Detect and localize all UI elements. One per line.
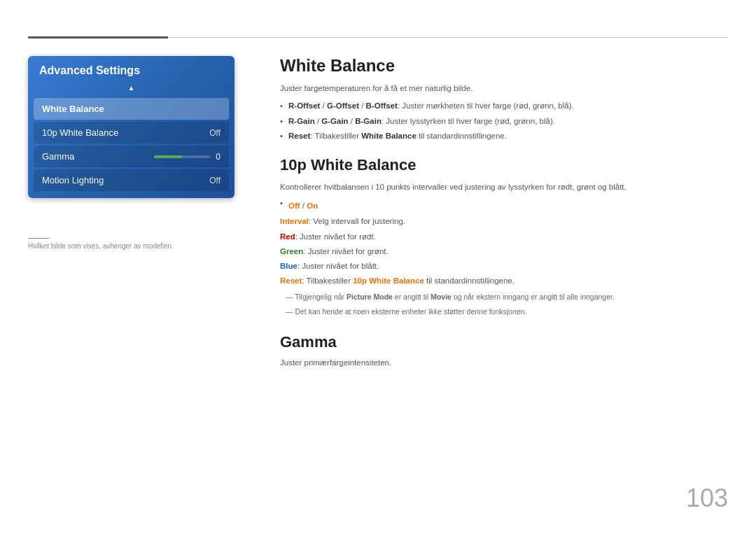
left-note-line (28, 238, 49, 239)
white-balance-section: White Balance Juster fargetemperaturen f… (280, 56, 728, 142)
advanced-settings-header: Advanced Settings (28, 56, 234, 83)
menu-item-10p-white-balance[interactable]: 10p White Balance Off (34, 122, 229, 143)
reset-10p-bold: 10p White Balance (353, 276, 424, 285)
gamma-slider-area: 0 (154, 152, 220, 162)
page-number: 103 (686, 484, 728, 513)
left-note-text: Hvilket bilde som vises, avhenger av mod… (28, 242, 174, 250)
highlight-ggain: G-Gain (321, 117, 348, 125)
top-line-light (168, 37, 728, 38)
menu-item-motion-lighting-value: Off (209, 176, 220, 185)
white-balance-bullets: R-Offset / G-Offset / B-Offset: Juster m… (280, 100, 728, 142)
white-balance-title: White Balance (280, 56, 728, 76)
highlight-rgain: R-Gain (288, 117, 315, 125)
menu-item-10p-value: Off (209, 128, 220, 138)
gamma-fill (154, 155, 182, 158)
menu-item-10p-label: 10p White Balance (42, 127, 118, 138)
note1: Tilgjengelig når Picture Mode er angitt … (280, 292, 728, 303)
gamma-value: 0 (216, 152, 220, 162)
highlight-white-balance-ref: White Balance (361, 132, 416, 140)
on-off-bullet: Off / On (280, 202, 318, 210)
menu-item-gamma[interactable]: Gamma 0 (34, 146, 229, 167)
ten-point-balance-section: 10p White Balance Kontrollerer hvitbalan… (280, 156, 728, 318)
highlight-boffset: B-Offset (366, 101, 398, 110)
note2: Det kan hende at noen eksterne enheter i… (280, 307, 728, 318)
menu-item-white-balance-label: White Balance (42, 104, 104, 114)
white-balance-desc: Juster fargetemperaturen for å få et mer… (280, 83, 728, 94)
highlight-goffset: G-Offset (327, 101, 359, 110)
highlight-bgain: B-Gain (355, 117, 382, 125)
bullet-reset-wb: Reset: Tilbakestiller White Balance til … (280, 130, 728, 142)
red-label: Red (280, 232, 295, 241)
blue-label: Blue (280, 262, 298, 270)
menu-item-white-balance[interactable]: White Balance (34, 98, 229, 120)
interval-line: Interval: Velg intervall for justering. (280, 216, 728, 227)
green-label: Green (280, 247, 303, 255)
collapse-arrow-icon[interactable]: ▲ (28, 83, 234, 96)
highlight-roffset: R-Offset (288, 101, 320, 110)
gamma-section: Gamma Juster primærfargeintensiteten. (280, 333, 728, 369)
reset-10p-label: Reset (280, 276, 302, 285)
bullet-rgain: R-Gain / G-Gain / B-Gain: Juster lysstyr… (280, 115, 728, 127)
red-line: Red: Juster nivået for rødt. (280, 231, 728, 243)
on-off-line: Off / On (280, 199, 728, 211)
menu-item-motion-lighting-label: Motion Lighting (42, 175, 104, 185)
on-label: On (307, 202, 318, 210)
green-line: Green: Juster nivået for grønt. (280, 246, 728, 258)
top-line-dark (28, 36, 168, 38)
bullet-roffset: R-Offset / G-Offset / B-Offset: Juster m… (280, 100, 728, 112)
menu-item-motion-lighting[interactable]: Motion Lighting Off (34, 169, 229, 191)
ten-point-balance-title: 10p White Balance (280, 156, 728, 174)
movie-bold: Movie (430, 293, 451, 301)
gamma-desc: Juster primærfargeintensiteten. (280, 357, 728, 369)
top-decorative-lines (28, 36, 728, 38)
highlight-reset-wb: Reset (288, 132, 310, 140)
left-note: Hvilket bilde som vises, avhenger av mod… (28, 238, 224, 250)
ten-point-balance-desc: Kontrollerer hvitbalansen i 10 punkts in… (280, 181, 728, 193)
reset-10p-line: Reset: Tilbakestiller 10p White Balance … (280, 275, 728, 287)
blue-line: Blue: Juster nivået for blått. (280, 260, 728, 272)
right-content: White Balance Juster fargetemperaturen f… (280, 56, 728, 374)
advanced-settings-box: Advanced Settings ▲ White Balance 10p Wh… (28, 56, 234, 198)
left-panel: Advanced Settings ▲ White Balance 10p Wh… (28, 56, 234, 198)
gamma-track[interactable] (154, 155, 210, 158)
menu-item-gamma-label: Gamma (42, 151, 74, 162)
interval-label: Interval (280, 217, 309, 225)
off-label: Off (288, 202, 300, 210)
picture-mode-bold: Picture Mode (346, 293, 393, 301)
gamma-title: Gamma (280, 333, 728, 351)
